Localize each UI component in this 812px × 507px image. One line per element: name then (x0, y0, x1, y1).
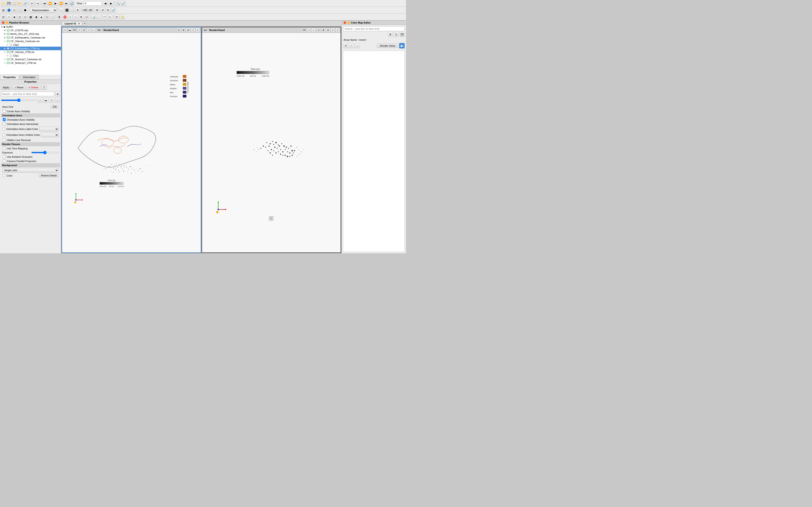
tb3-5[interactable]: ⬡ (23, 14, 28, 19)
cme-render-views-btn[interactable]: Render Views (377, 44, 398, 48)
rot-x-btn[interactable]: +90 (82, 8, 87, 13)
tb3-chart3[interactable]: 〰 (102, 14, 107, 19)
cme-search-input[interactable] (343, 26, 405, 31)
exposure-slider[interactable] (31, 152, 59, 153)
tb3-7[interactable]: ◑ (34, 14, 39, 19)
redo-btn[interactable]: ↪ (35, 1, 40, 6)
tb3-10[interactable]: ⬜ (50, 14, 55, 19)
tree-item-5[interactable]: 👁 CF_Velocity_UTM.vts (0, 50, 61, 54)
tab-properties[interactable]: Properties (0, 75, 19, 79)
save-state-btn[interactable]: 📋 (12, 1, 17, 6)
rubber-btn[interactable]: ⬜ (70, 8, 75, 13)
slider-btn4[interactable]: — (55, 98, 60, 103)
view2-layout2[interactable]: ⊞ (321, 28, 325, 32)
view2-layout1[interactable]: ⊡ (316, 28, 320, 32)
pipeline-close-btn[interactable]: × (2, 21, 5, 24)
tb3-3[interactable]: ◈ (12, 14, 17, 19)
slider-btn2[interactable]: ▬ (43, 98, 48, 103)
view1-3d-btn[interactable]: 3D (72, 28, 77, 32)
rot-xn-btn[interactable]: -90 (88, 8, 93, 13)
tb3-misc2[interactable]: 📏 (120, 14, 125, 19)
view2-more1[interactable]: — (312, 28, 316, 32)
play-btn[interactable]: ▶ (53, 1, 58, 6)
view1-zoom-fit[interactable]: ⊡ (82, 28, 86, 32)
tree-item-4[interactable]: 👁 CF_Earthquakes_UTM.vtu (0, 47, 61, 50)
delete-button[interactable]: ✕ Delete (26, 85, 40, 90)
background-dropdown[interactable]: Single color Gradient Image Skybox (2, 168, 59, 172)
connect-btn[interactable]: 🔗 (23, 1, 28, 6)
tree-item-2[interactable]: 👁 CF_Earthquakes_Cartesian.vtu (0, 36, 61, 39)
pipeline-tree[interactable]: 👁 ▶ builtin: 👁 CF_COSTA.shp 👁 Morfo_Stru… (0, 25, 61, 75)
tree-item-7[interactable]: 👁 CF_Noise1p7_UTM.vts (0, 61, 61, 65)
view1-max[interactable]: ⤢ (191, 28, 195, 32)
save-btn[interactable]: 💾 (6, 1, 11, 6)
view1-more2[interactable]: — (92, 28, 96, 32)
tb3-9[interactable]: ⬡ (44, 14, 49, 19)
tb3-2[interactable]: ○ (6, 14, 11, 19)
view2-3d-btn[interactable]: 3D (302, 28, 306, 32)
interact-btn[interactable]: ↔ (59, 8, 64, 13)
time-prev-btn[interactable]: ◀ (103, 1, 108, 6)
hidden-line-checkbox[interactable] (3, 138, 6, 142)
opacity-slider[interactable] (1, 100, 37, 101)
bg-color-radio[interactable] (2, 174, 5, 177)
tree-item-0[interactable]: 👁 CF_COSTA.shp (0, 29, 61, 32)
view1-canvas[interactable]: Unknown Structure Relics Morpho Rim Frac… (62, 33, 201, 252)
link-btn[interactable]: 🔗 (111, 8, 116, 13)
view1-layout2[interactable]: ⊞ (182, 28, 186, 32)
layout-add-btn[interactable]: + (83, 21, 87, 25)
view1-zoom-reset[interactable]: ⤢ (77, 28, 81, 32)
pipeline-pin-btn[interactable] (5, 21, 8, 24)
tb3-filter2[interactable]: ⛔ (62, 14, 67, 19)
tb3-chart4[interactable]: ≈ (107, 14, 112, 19)
cme-close-btn[interactable]: × (344, 21, 346, 24)
view2-close[interactable]: × (336, 28, 340, 32)
cme-down-btn[interactable]: ↓ (355, 43, 360, 48)
time-input[interactable] (84, 1, 102, 6)
restore-default-btn[interactable]: Restore Default (39, 174, 59, 177)
tree-item-clip2[interactable]: 👁 Clip2 (0, 43, 61, 47)
zoom-btn[interactable]: 🔍 (115, 1, 120, 6)
tree-item-3[interactable]: 👁 CF_Velocity_Cartesian.vts (0, 39, 61, 43)
start-btn[interactable]: ⏮ (42, 1, 47, 6)
tree-item-1[interactable]: 👁 Morfo_Stru_CF_2016.shp (0, 32, 61, 36)
properties-search-settings[interactable]: ⚙ (55, 92, 60, 97)
label-color-select[interactable] (39, 127, 59, 131)
axes-grid-edit-btn[interactable]: Edit (51, 105, 59, 108)
tb3-filter5[interactable]: ≋ (79, 14, 84, 19)
view2-max[interactable]: ⤢ (331, 28, 335, 32)
tb2-3[interactable]: ⬡ (12, 8, 17, 13)
layout-tab-1[interactable]: Layout #1 × (62, 21, 82, 25)
tb3-filter3[interactable]: ↕ (68, 14, 73, 19)
cme-up-btn[interactable]: ↑ (349, 43, 354, 48)
view2-layout3[interactable]: ⊟ (326, 28, 330, 32)
open-btn[interactable]: 📁 (1, 1, 6, 6)
view1-layout3[interactable]: ⊟ (186, 28, 190, 32)
load-state-btn[interactable]: 📂 (17, 1, 22, 6)
tree-item-6[interactable]: 👁 CF_Noise1p7_Cartesian.vts (0, 57, 61, 61)
view1-layout1[interactable]: ⊡ (177, 28, 181, 32)
orientation-interact-checkbox[interactable] (3, 122, 6, 125)
orientation-outline-color-radio[interactable] (2, 133, 5, 136)
tb3-chart2[interactable]: 📈 (97, 14, 101, 19)
view2-canvas[interactable]: Time (yr) 8.3e+10 1e+13 (202, 33, 341, 252)
tb3-filter1[interactable]: ⛕ (57, 14, 62, 19)
pick-btn[interactable]: ✛ (75, 8, 80, 13)
tb3-filter6[interactable]: ⬡ (84, 14, 89, 19)
view2-zoom[interactable]: ⤢ (307, 28, 311, 32)
cme-pin-btn[interactable] (347, 21, 350, 24)
slider-btn1[interactable]: — (37, 98, 42, 103)
slider-btn3[interactable]: ≡ (49, 98, 54, 103)
zoom-plus-btn[interactable]: 🔎 (121, 1, 126, 6)
apply-button[interactable]: Apply (1, 85, 11, 90)
tb3-chart1[interactable]: 📊 (91, 14, 96, 19)
prev-btn[interactable]: ⏪ (48, 1, 53, 6)
time-next-btn[interactable]: ▶ (108, 1, 113, 6)
tb2-2[interactable]: 🔵 (6, 8, 11, 13)
cme-copy-btn[interactable]: ⎘ (394, 32, 399, 37)
properties-search-input[interactable] (1, 92, 54, 96)
view1-close2[interactable]: × (196, 28, 200, 32)
tb3-misc1[interactable]: ✏ (114, 14, 119, 19)
cme-refresh-btn[interactable]: ↺ (343, 43, 348, 48)
tree-item-builtin[interactable]: 👁 ▶ builtin: (0, 25, 61, 29)
